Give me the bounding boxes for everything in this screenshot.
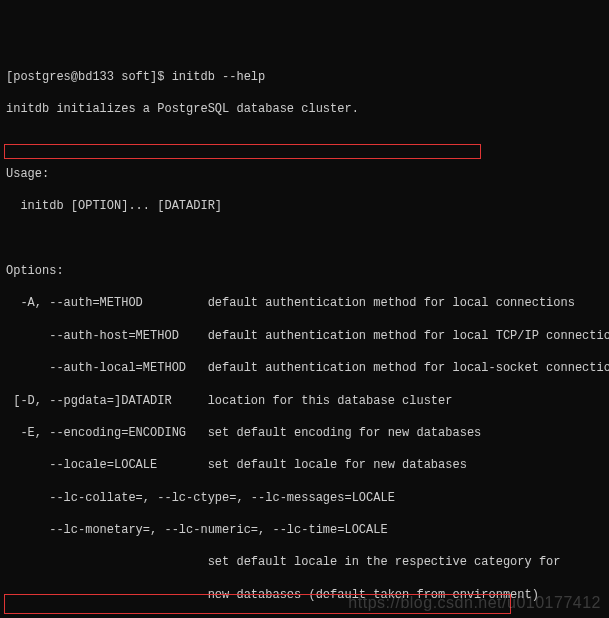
option-line: --lc-monetary=, --lc-numeric=, --lc-time…	[6, 522, 603, 538]
usage-line: initdb [OPTION]... [DATADIR]	[6, 198, 603, 214]
option-line: --lc-collate=, --lc-ctype=, --lc-message…	[6, 490, 603, 506]
usage-header: Usage:	[6, 166, 603, 182]
option-line-pgdata: [-D, --pgdata=]DATADIR location for this…	[6, 393, 603, 409]
option-line: --auth-host=METHOD default authenticatio…	[6, 328, 603, 344]
option-line: set default locale in the respective cat…	[6, 554, 603, 570]
prompt-line: [postgres@bd133 soft]$ initdb --help	[6, 69, 603, 85]
options-header: Options:	[6, 263, 603, 279]
option-line: -A, --auth=METHOD default authentication…	[6, 295, 603, 311]
option-line: --locale=LOCALE set default locale for n…	[6, 457, 603, 473]
option-line: new databases (default taken from enviro…	[6, 587, 603, 603]
blank-line	[6, 134, 603, 150]
blank-line	[6, 231, 603, 247]
prompt-user-host: [postgres@bd133 soft]$	[6, 70, 164, 84]
intro-line: initdb initializes a PostgreSQL database…	[6, 101, 603, 117]
command-text: initdb --help	[172, 70, 266, 84]
option-line: --auth-local=METHOD default authenticati…	[6, 360, 603, 376]
option-line: -E, --encoding=ENCODING set default enco…	[6, 425, 603, 441]
